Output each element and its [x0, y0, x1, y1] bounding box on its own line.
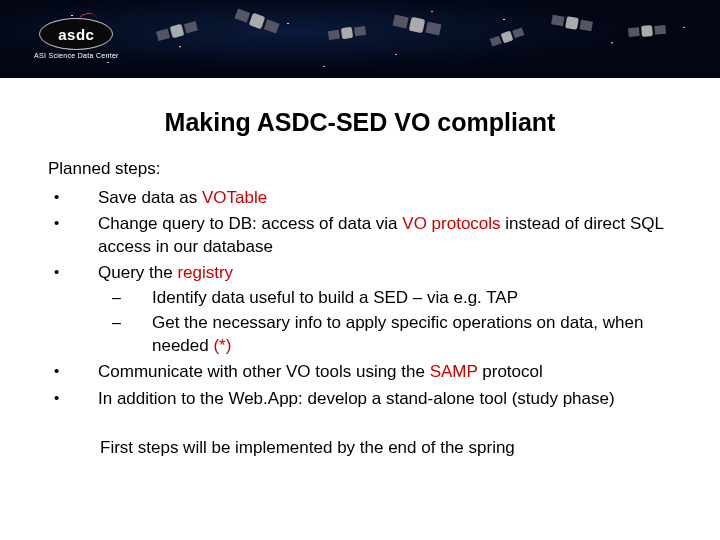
asdc-logo: asdc ASI Science Data Center	[34, 18, 119, 59]
bullet-text: Communicate with other VO tools using th…	[98, 362, 430, 381]
list-item: Identify data useful to build a SED – vi…	[98, 287, 674, 309]
satellite-icon	[550, 6, 595, 39]
highlight: (*)	[213, 336, 231, 355]
satellite-icon	[154, 13, 200, 49]
bullet-text: Change query to DB: access of data via	[98, 214, 402, 233]
bullet-text: Save data as	[98, 188, 202, 207]
bullet-text: protocol	[478, 362, 543, 381]
bullet-list: Save data as VOTable Change query to DB:…	[0, 187, 720, 410]
logo-subtitle: ASI Science Data Center	[34, 52, 119, 59]
list-item: Save data as VOTable	[48, 187, 674, 209]
highlight: VO protocols	[402, 214, 500, 233]
satellite-icon	[627, 17, 666, 44]
list-item: In addition to the Web.App: develop a st…	[48, 388, 674, 410]
satellite-icon	[391, 5, 444, 45]
highlight: VOTable	[202, 188, 267, 207]
highlight: SAMP	[430, 362, 478, 381]
slide-title: Making ASDC-SED VO compliant	[0, 108, 720, 137]
list-item: Query the registry Identify data useful …	[48, 262, 674, 357]
bullet-text: Identify data useful to build a SED – vi…	[152, 288, 518, 307]
satellite-icon	[231, 0, 282, 42]
header-banner: asdc ASI Science Data Center	[0, 0, 720, 78]
satellite-icon	[327, 18, 367, 47]
list-item: Communicate with other VO tools using th…	[48, 361, 674, 383]
highlight: registry	[177, 263, 233, 282]
bullet-text: Query the	[98, 263, 177, 282]
intro-text: Planned steps:	[48, 159, 720, 179]
satellite-icon	[487, 21, 526, 53]
sub-bullet-list: Identify data useful to build a SED – vi…	[98, 287, 674, 357]
list-item: Change query to DB: access of data via V…	[48, 213, 674, 258]
list-item: Get the necessary info to apply specific…	[98, 312, 674, 357]
slide-content: Making ASDC-SED VO compliant Planned ste…	[0, 108, 720, 458]
footer-note: First steps will be implemented by the e…	[100, 438, 720, 458]
bullet-text: In addition to the Web.App: develop a st…	[98, 389, 615, 408]
